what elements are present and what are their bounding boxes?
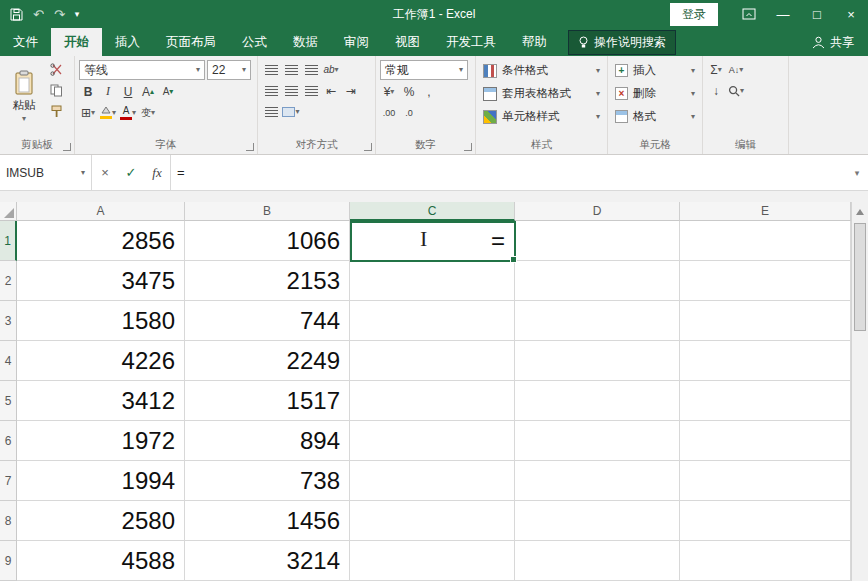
cell-a2[interactable]: 3475 bbox=[17, 261, 185, 301]
cell-d7[interactable] bbox=[515, 461, 680, 501]
cell-a6[interactable]: 1972 bbox=[17, 421, 185, 461]
top-align-icon[interactable] bbox=[262, 60, 280, 79]
number-format-combo[interactable]: 常规 ▾ bbox=[380, 60, 468, 80]
cell-c7[interactable] bbox=[350, 461, 515, 501]
cell-b2[interactable]: 2153 bbox=[185, 261, 350, 301]
bold-button[interactable]: B bbox=[79, 82, 97, 101]
row-header-2[interactable]: 2 bbox=[0, 261, 17, 301]
underline-button[interactable]: U bbox=[119, 82, 137, 101]
fill-color-button[interactable]: ▾ bbox=[99, 103, 117, 122]
cell-e8[interactable] bbox=[680, 501, 851, 541]
increase-decimal-icon[interactable]: .00 bbox=[380, 103, 398, 122]
cell-d4[interactable] bbox=[515, 341, 680, 381]
font-color-button[interactable]: A▾ bbox=[119, 103, 137, 122]
tab-developer[interactable]: 开发工具 bbox=[433, 28, 509, 56]
fill-handle[interactable] bbox=[510, 256, 517, 263]
cell-d8[interactable] bbox=[515, 501, 680, 541]
name-box[interactable]: IMSUB ▾ bbox=[0, 155, 92, 190]
conditional-formatting-button[interactable]: 条件格式 ▾ bbox=[480, 60, 603, 81]
cell-b5[interactable]: 1517 bbox=[185, 381, 350, 421]
clipboard-dialog-launcher-icon[interactable] bbox=[63, 143, 71, 151]
chevron-down-icon[interactable]: ▾ bbox=[81, 169, 85, 177]
fill-button[interactable]: ↓ bbox=[707, 81, 725, 100]
cell-a7[interactable]: 1994 bbox=[17, 461, 185, 501]
cell-e5[interactable] bbox=[680, 381, 851, 421]
cell-c1[interactable]: = bbox=[350, 221, 515, 261]
cell-e9[interactable] bbox=[680, 541, 851, 581]
tab-page-layout[interactable]: 页面布局 bbox=[153, 28, 229, 56]
select-all-button[interactable] bbox=[0, 202, 17, 221]
formula-input[interactable]: = bbox=[171, 155, 846, 190]
row-header-9[interactable]: 9 bbox=[0, 541, 17, 581]
customize-qat-icon[interactable]: ▾ bbox=[75, 10, 80, 19]
copy-icon[interactable] bbox=[47, 81, 65, 100]
cut-icon[interactable] bbox=[47, 60, 65, 79]
grow-font-button[interactable]: A▴ bbox=[139, 82, 157, 101]
font-name-combo[interactable]: 等线 ▾ bbox=[79, 60, 205, 80]
tab-home[interactable]: 开始 bbox=[51, 28, 102, 56]
find-select-button[interactable]: ▾ bbox=[727, 81, 745, 100]
cell-c8[interactable] bbox=[350, 501, 515, 541]
cell-b6[interactable]: 894 bbox=[185, 421, 350, 461]
cell-e2[interactable] bbox=[680, 261, 851, 301]
format-as-table-button[interactable]: 套用表格格式 ▾ bbox=[480, 83, 603, 104]
close-button[interactable]: × bbox=[834, 0, 868, 28]
scroll-up-button[interactable] bbox=[852, 202, 868, 221]
autosum-button[interactable]: Σ▾ bbox=[707, 60, 725, 79]
merge-center-button[interactable]: ▾ bbox=[282, 102, 300, 121]
cell-a1[interactable]: 2856 bbox=[17, 221, 185, 261]
alignment-dialog-launcher-icon[interactable] bbox=[364, 143, 372, 151]
tab-help[interactable]: 帮助 bbox=[509, 28, 560, 56]
ribbon-display-options-icon[interactable] bbox=[732, 0, 766, 28]
cell-e7[interactable] bbox=[680, 461, 851, 501]
align-left-icon[interactable] bbox=[262, 81, 280, 100]
maximize-button[interactable]: □ bbox=[800, 0, 834, 28]
increase-indent-icon[interactable]: ⇥ bbox=[342, 81, 360, 100]
tab-formulas[interactable]: 公式 bbox=[229, 28, 280, 56]
cell-e6[interactable] bbox=[680, 421, 851, 461]
bottom-align-icon[interactable] bbox=[302, 60, 320, 79]
font-dialog-launcher-icon[interactable] bbox=[246, 143, 254, 151]
cell-b8[interactable]: 1456 bbox=[185, 501, 350, 541]
insert-cells-button[interactable]: + 插入 ▾ bbox=[612, 60, 698, 81]
phonetic-guide-button[interactable]: 变▾ bbox=[139, 103, 157, 122]
undo-icon[interactable]: ↶ bbox=[33, 7, 44, 22]
cell-c2[interactable] bbox=[350, 261, 515, 301]
cancel-button[interactable]: × bbox=[92, 155, 118, 190]
vertical-scrollbar[interactable] bbox=[851, 202, 868, 581]
cell-e3[interactable] bbox=[680, 301, 851, 341]
cell-c4[interactable] bbox=[350, 341, 515, 381]
row-header-3[interactable]: 3 bbox=[0, 301, 17, 341]
cell-a3[interactable]: 1580 bbox=[17, 301, 185, 341]
decrease-indent-icon[interactable]: ⇤ bbox=[322, 81, 340, 100]
number-dialog-launcher-icon[interactable] bbox=[464, 143, 472, 151]
cell-e4[interactable] bbox=[680, 341, 851, 381]
scrollbar-thumb[interactable] bbox=[854, 223, 866, 331]
tab-data[interactable]: 数据 bbox=[280, 28, 331, 56]
tell-me-search[interactable]: 操作说明搜索 bbox=[568, 30, 676, 55]
save-icon[interactable] bbox=[10, 8, 23, 21]
enter-button[interactable]: ✓ bbox=[118, 155, 144, 190]
accounting-format-button[interactable]: ¥▾ bbox=[380, 82, 398, 101]
expand-formula-bar-icon[interactable]: ▾ bbox=[846, 155, 868, 190]
share-button[interactable]: 共享 bbox=[798, 28, 868, 56]
center-icon[interactable] bbox=[282, 81, 300, 100]
sign-in-button[interactable]: 登录 bbox=[670, 3, 718, 26]
insert-function-button[interactable]: fx bbox=[144, 155, 170, 190]
cell-c3[interactable] bbox=[350, 301, 515, 341]
cell-d9[interactable] bbox=[515, 541, 680, 581]
row-header-1[interactable]: 1 bbox=[0, 221, 17, 261]
row-header-4[interactable]: 4 bbox=[0, 341, 17, 381]
borders-button[interactable]: ⊞▾ bbox=[79, 103, 97, 122]
cell-d3[interactable] bbox=[515, 301, 680, 341]
format-painter-icon[interactable] bbox=[47, 102, 65, 121]
wrap-text-icon[interactable] bbox=[262, 102, 280, 121]
cell-b9[interactable]: 3214 bbox=[185, 541, 350, 581]
cell-d6[interactable] bbox=[515, 421, 680, 461]
cell-d5[interactable] bbox=[515, 381, 680, 421]
format-cells-button[interactable]: 格式 ▾ bbox=[612, 106, 698, 127]
sort-filter-button[interactable]: A↓▾ bbox=[727, 60, 745, 79]
tab-insert[interactable]: 插入 bbox=[102, 28, 153, 56]
cell-b7[interactable]: 738 bbox=[185, 461, 350, 501]
cell-e1[interactable] bbox=[680, 221, 851, 261]
